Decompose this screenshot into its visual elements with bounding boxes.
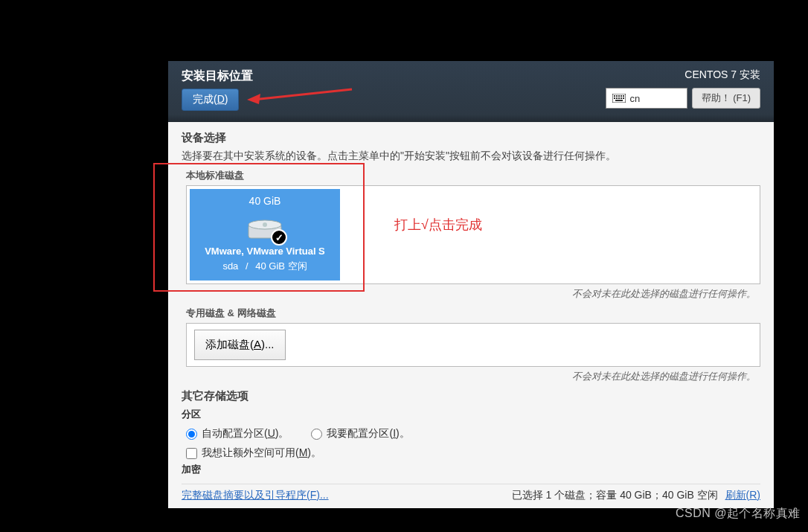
add-disk-button[interactable]: 添加磁盘(A)... <box>194 330 286 360</box>
check-extra-space-label[interactable]: 我想让额外空间可用(M)。 <box>202 446 321 460</box>
done-button[interactable]: 完成(D) <box>182 89 239 111</box>
radio-manual-label[interactable]: 我要配置分区(I)。 <box>327 427 409 440</box>
help-label: 帮助！ (F1) <box>702 92 751 103</box>
other-storage-heading: 其它存储选项 <box>182 389 760 403</box>
checkmark-icon: ✓ <box>271 229 287 246</box>
svg-point-14 <box>263 222 267 227</box>
disk-id: sda <box>222 260 238 272</box>
help-button[interactable]: 帮助！ (F1) <box>692 88 760 109</box>
disk-name: VMware, VMware Virtual S <box>205 246 325 257</box>
brand-title: CENTOS 7 安装 <box>606 68 760 82</box>
check-extra-space[interactable] <box>186 448 197 459</box>
done-close: ) <box>225 93 228 105</box>
keyboard-icon <box>612 94 626 103</box>
add-disk-label: 添加磁盘( <box>205 338 254 350</box>
svg-rect-3 <box>618 95 620 97</box>
refresh-link[interactable]: 刷新(R) <box>725 489 760 501</box>
svg-rect-6 <box>614 97 615 99</box>
partition-heading: 分区 <box>182 408 760 421</box>
add-disk-key: A <box>254 338 261 350</box>
installer-window: 安装目标位置 完成(D) CENTOS 7 安装 cn 帮助！ (F <box>168 61 774 508</box>
done-label: 完成( <box>193 93 217 105</box>
svg-rect-5 <box>623 95 624 97</box>
selection-status-row: 已选择 1 个磁盘；容量 40 GiB；40 GiB 空闲 刷新(R) <box>512 489 760 502</box>
svg-rect-10 <box>623 97 624 99</box>
device-selection-desc: 选择要在其中安装系统的设备。点击主菜单中的"开始安装"按钮前不会对该设备进行任何… <box>182 150 760 163</box>
add-disk-close: )... <box>261 338 275 350</box>
done-key: D <box>217 93 225 105</box>
keyboard-layout: cn <box>630 93 641 104</box>
disk-size: 40 GiB <box>249 195 281 207</box>
radio-manual-partition[interactable] <box>311 429 322 440</box>
disk-id-row: sda / 40 GiB 空闲 <box>222 260 307 273</box>
disk-free: 40 GiB 空闲 <box>255 260 307 272</box>
content-area: 设备选择 选择要在其中安装系统的设备。点击主菜单中的"开始安装"按钮前不会对该设… <box>168 122 774 508</box>
special-disks-heading: 专用磁盘 & 网络磁盘 <box>186 307 760 320</box>
header-bar: 安装目标位置 完成(D) CENTOS 7 安装 cn 帮助！ (F <box>168 61 774 122</box>
svg-rect-4 <box>621 95 622 97</box>
radio-auto-label[interactable]: 自动配置分区(U)。 <box>202 427 289 440</box>
svg-rect-2 <box>616 95 618 97</box>
svg-rect-1 <box>614 95 615 97</box>
encryption-heading: 加密 <box>182 463 760 476</box>
svg-rect-7 <box>616 97 618 99</box>
special-disks-frame: 添加磁盘(A)... <box>186 323 760 367</box>
svg-rect-8 <box>618 97 620 99</box>
footer-bar: 完整磁盘摘要以及引导程序(F)... 已选择 1 个磁盘；容量 40 GiB；4… <box>182 484 760 502</box>
note-no-action-2: 不会对未在此处选择的磁盘进行任何操作。 <box>182 370 756 383</box>
svg-rect-9 <box>621 97 622 99</box>
keyboard-indicator[interactable]: cn <box>606 88 687 109</box>
hard-drive-icon: ✓ <box>247 213 283 241</box>
svg-rect-11 <box>615 100 623 101</box>
local-disks-frame: 40 GiB ✓ VMware, VMware Virtual S sda / … <box>186 185 760 284</box>
device-selection-heading: 设备选择 <box>182 131 760 145</box>
watermark: CSDN @起个名称真难 <box>676 506 801 522</box>
selection-status: 已选择 1 个磁盘；容量 40 GiB；40 GiB 空闲 <box>512 489 718 501</box>
radio-auto-partition[interactable] <box>186 429 197 440</box>
full-summary-link[interactable]: 完整磁盘摘要以及引导程序(F)... <box>182 489 329 502</box>
local-disks-heading: 本地标准磁盘 <box>186 169 760 182</box>
disk-tile[interactable]: 40 GiB ✓ VMware, VMware Virtual S sda / … <box>190 189 340 281</box>
other-storage-section: 其它存储选项 分区 自动配置分区(U)。 我要配置分区(I)。 <box>182 389 760 476</box>
page-title: 安装目标位置 <box>182 68 253 84</box>
disk-sep: / <box>246 260 249 272</box>
note-no-action-1: 不会对未在此处选择的磁盘进行任何操作。 <box>182 287 756 301</box>
